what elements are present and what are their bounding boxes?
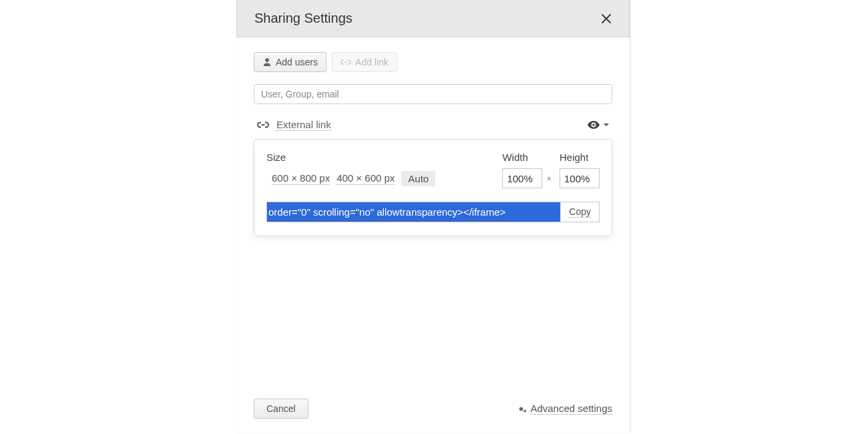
width-group: Width ×: [502, 152, 552, 188]
svg-point-0: [592, 124, 595, 126]
cancel-button[interactable]: Cancel: [254, 399, 308, 419]
size-presets: 600 × 800 px 400 × 600 px Auto: [266, 171, 435, 186]
preset-auto[interactable]: Auto: [401, 171, 435, 186]
modal-footer: Cancel Advanced settings: [236, 395, 630, 433]
user-search-input[interactable]: [254, 84, 612, 104]
user-icon: [262, 57, 272, 67]
size-row: Size 600 × 800 px 400 × 600 px Auto Widt…: [266, 152, 600, 188]
copy-button[interactable]: Copy: [560, 202, 599, 222]
add-link-button[interactable]: Add link: [332, 52, 397, 72]
add-link-label: Add link: [355, 57, 389, 67]
modal-title: Sharing Settings: [254, 11, 353, 26]
width-label: Width: [502, 152, 552, 163]
preset-600x800[interactable]: 600 × 800 px: [272, 172, 330, 185]
height-label: Height: [560, 152, 600, 163]
height-group: Height: [560, 152, 600, 188]
close-button[interactable]: [601, 13, 612, 24]
add-users-button[interactable]: Add users: [254, 52, 327, 72]
advanced-settings-link[interactable]: Advanced settings: [516, 403, 612, 415]
external-link-left: External link: [256, 119, 331, 131]
sharing-settings-modal: Sharing Settings Add users Add link: [236, 0, 630, 433]
embed-code-row: order="0" scrolling="no" allowtransparen…: [266, 202, 600, 222]
embed-panel: Size 600 × 800 px 400 × 600 px Auto Widt…: [254, 139, 612, 236]
link-icon: [341, 57, 351, 67]
copy-label: Copy: [569, 206, 591, 218]
link-icon: [256, 120, 270, 130]
modal-header: Sharing Settings: [236, 0, 630, 37]
close-icon: [601, 13, 612, 24]
add-users-label: Add users: [276, 57, 318, 67]
visibility-dropdown[interactable]: [587, 120, 610, 130]
external-link-label[interactable]: External link: [276, 119, 331, 131]
size-label: Size: [266, 152, 435, 163]
multiply-symbol: ×: [546, 174, 552, 184]
embed-code-input[interactable]: order="0" scrolling="no" allowtransparen…: [267, 202, 560, 222]
modal-body: Add users Add link External link: [236, 37, 630, 395]
eye-icon: [587, 120, 600, 130]
preset-400x600[interactable]: 400 × 600 px: [337, 172, 395, 185]
chevron-down-icon: [603, 122, 610, 128]
gear-icon: [516, 404, 526, 414]
action-buttons-row: Add users Add link: [254, 52, 612, 72]
advanced-settings-label: Advanced settings: [530, 403, 612, 415]
external-link-header: External link: [254, 119, 612, 136]
width-input[interactable]: [502, 168, 542, 188]
height-input[interactable]: [560, 168, 600, 188]
